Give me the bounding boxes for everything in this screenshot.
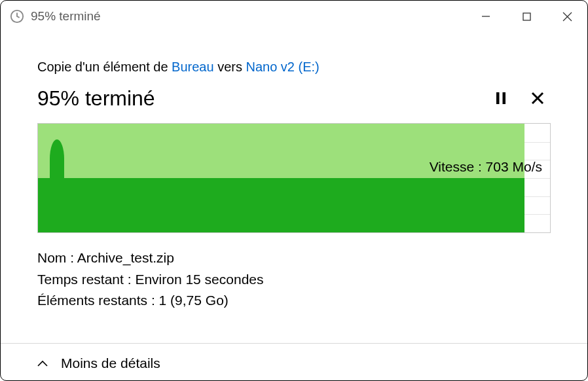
items-value: 1 (9,75 Go) <box>159 293 229 308</box>
items-label: Éléments restants : <box>37 293 159 308</box>
details-panel: Nom : Archive_test.zip Temps restant : E… <box>37 247 551 312</box>
detail-items: Éléments restants : 1 (9,75 Go) <box>37 290 551 312</box>
speed-label: Vitesse : 703 Mo/s <box>430 159 542 175</box>
window-controls <box>466 1 587 32</box>
dest-link[interactable]: Nano v2 (E:) <box>246 60 319 74</box>
detail-time: Temps restant : Environ 15 secondes <box>37 269 551 291</box>
clock-icon <box>10 9 24 24</box>
svg-rect-6 <box>503 92 506 104</box>
chevron-up-icon[interactable] <box>37 360 48 367</box>
copy-middle: vers <box>214 60 246 74</box>
copy-prefix: Copie d'un élément de <box>37 60 172 74</box>
minimize-button[interactable] <box>466 1 506 32</box>
name-label: Nom : <box>37 250 77 265</box>
cancel-button[interactable] <box>524 85 551 111</box>
details-toggle[interactable]: Moins de détails <box>61 355 160 371</box>
source-link[interactable]: Bureau <box>172 60 214 74</box>
detail-name: Nom : Archive_test.zip <box>37 247 551 269</box>
maximize-button[interactable] <box>506 1 547 32</box>
time-value: Environ 15 secondes <box>135 272 263 287</box>
copy-description: Copie d'un élément de Bureau vers Nano v… <box>37 60 551 75</box>
window-title: 95% terminé <box>31 9 466 24</box>
progress-header: 95% terminé <box>37 85 551 111</box>
pause-button[interactable] <box>488 85 514 111</box>
speed-chart: Vitesse : 703 Mo/s <box>37 123 551 233</box>
titlebar: 95% terminé <box>1 1 587 32</box>
svg-rect-2 <box>523 13 530 20</box>
footer: Moins de détails <box>1 343 587 380</box>
content-area: Copie d'un élément de Bureau vers Nano v… <box>1 32 587 343</box>
progress-title: 95% terminé <box>37 86 477 111</box>
time-label: Temps restant : <box>37 272 135 287</box>
name-value: Archive_test.zip <box>77 250 174 265</box>
file-copy-dialog: 95% terminé Copie d'un élément de Bureau… <box>0 0 588 381</box>
close-window-button[interactable] <box>547 1 587 32</box>
svg-rect-5 <box>496 92 500 104</box>
